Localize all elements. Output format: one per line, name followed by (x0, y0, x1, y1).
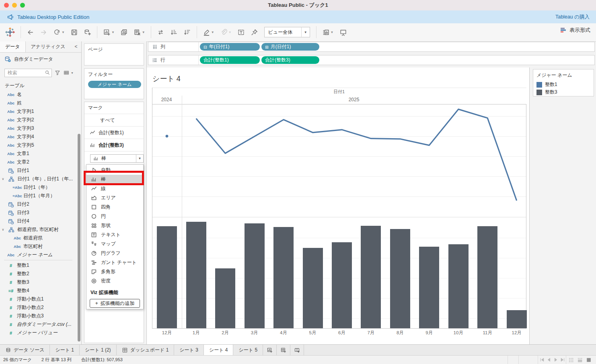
measure-names-legend[interactable]: メジャー ネーム 整数1整数3 (533, 69, 594, 96)
field-item[interactable]: #メジャー バリュー (0, 329, 76, 337)
bar-mark[interactable] (419, 247, 439, 328)
fit-selector[interactable]: ビュー全体▼ (264, 27, 310, 37)
field-item[interactable]: =Abc日付1（年） (0, 183, 76, 192)
tab-data[interactable]: データ (0, 41, 26, 52)
bar-mark[interactable] (215, 268, 235, 328)
mark-type-dropdown[interactable]: 棒 ▼ (90, 154, 144, 163)
field-item[interactable]: =#整数4 (0, 286, 76, 295)
field-item[interactable]: #浮動小数点3 (0, 312, 76, 320)
bar-mark[interactable] (390, 229, 410, 328)
field-item[interactable]: Abc都道府県 (0, 234, 76, 242)
tableau-logo-button[interactable] (3, 26, 17, 39)
new-story-button[interactable] (290, 345, 304, 355)
new-worksheet-button[interactable] (263, 345, 277, 355)
columns-shelf[interactable]: 列 ⊟年(日付1)⊞月(日付1) (148, 42, 595, 52)
field-item[interactable]: Abc文字列2 (0, 116, 76, 124)
field-item[interactable]: 日付2 (0, 200, 76, 209)
new-dashboard-button[interactable] (277, 345, 290, 355)
field-item[interactable]: 日付1 (0, 166, 76, 175)
label-box-button[interactable] (235, 27, 247, 38)
datasource-row[interactable]: 自作ダミーデータ (0, 53, 81, 65)
tooltip-pin-button[interactable] (249, 27, 260, 38)
sheet-tab-シート 1 (2)[interactable]: シート 1 (2) (80, 345, 117, 355)
mark-type-option-square[interactable]: 四角 (86, 202, 143, 212)
point-mark[interactable] (166, 135, 169, 137)
sort-ascending-button[interactable] (168, 27, 180, 38)
mark-type-option-area[interactable]: エリア (86, 193, 143, 202)
row-pill[interactable]: 合計(整数3) (261, 56, 319, 64)
duplicate-sheet-button[interactable] (118, 27, 130, 38)
mark-type-option-map[interactable]: マップ (86, 239, 143, 249)
field-item[interactable]: ∨都道府県, 市区町村 (0, 225, 76, 234)
field-item[interactable]: Abcメジャー ネーム (0, 251, 76, 259)
filter-fields-icon[interactable] (54, 70, 61, 76)
redo-button[interactable]: ▼ (51, 27, 67, 38)
row-pill[interactable]: 合計(整数1) (200, 56, 260, 64)
field-item[interactable]: Abc文字列5 (0, 141, 76, 149)
nav-last-icon[interactable] (560, 358, 565, 362)
bar-mark[interactable] (273, 227, 294, 328)
column-pill[interactable]: ⊞月(日付1) (261, 43, 319, 51)
sheet-tab-ダッシュボード 1[interactable]: ダッシュボード 1 (117, 345, 175, 355)
show-me-button[interactable]: 表示形式 (560, 27, 590, 34)
mark-type-option-line[interactable]: 線 (86, 184, 143, 193)
new-worksheet-button[interactable]: ▼ (101, 27, 117, 38)
field-item[interactable]: #整数3 (0, 278, 76, 286)
filter-pill-measure-names[interactable]: メジャー ネーム (88, 81, 141, 88)
field-item[interactable]: Abc名 (0, 90, 76, 99)
add-data-button[interactable] (82, 27, 93, 38)
field-item[interactable]: Abc文字列3 (0, 124, 76, 133)
field-item[interactable]: #整数2 (0, 270, 76, 278)
field-item[interactable]: Abc文章2 (0, 158, 76, 166)
field-item[interactable]: ∨日付1（年）, 日付1（年... (0, 175, 76, 183)
mark-type-option-polygon[interactable]: 多角形 (86, 267, 143, 276)
legend-item[interactable]: 整数1 (533, 81, 594, 88)
field-item[interactable]: #浮動小数点2 (0, 303, 76, 312)
legend-item[interactable]: 整数3 (533, 88, 594, 96)
marks-entry-item[interactable]: 合計(整数1) (84, 127, 144, 139)
sheet-tab-シート 3[interactable]: シート 3 (174, 345, 204, 355)
expand-collapse-glyph[interactable]: ⊞ (265, 45, 269, 49)
bar-mark[interactable] (507, 310, 527, 328)
mark-type-option-pie[interactable]: 円グラフ (86, 249, 143, 258)
view-options-icon[interactable]: ▼ (63, 70, 74, 76)
marks-tab-all[interactable]: すべて (84, 114, 144, 127)
bar-mark[interactable] (157, 226, 177, 328)
back-arrow-button[interactable] (25, 27, 36, 38)
field-item[interactable]: #浮動小数点1 (0, 295, 76, 303)
sheet-tab-データ ソース[interactable]: データ ソース (0, 345, 50, 355)
nav-prev-icon[interactable] (547, 358, 551, 362)
add-extension-button[interactable]: + 拡張機能の追加 (90, 299, 140, 308)
buy-tableau-link[interactable]: Tableau の購入 (555, 10, 590, 23)
field-item[interactable]: Abc姓 (0, 99, 76, 107)
field-item[interactable]: Abc文字列4 (0, 133, 76, 141)
bar-mark[interactable] (186, 222, 206, 328)
field-item[interactable]: Abc市区町村 (0, 242, 76, 251)
mark-type-option-circle[interactable]: 円 (86, 212, 143, 221)
rows-shelf[interactable]: 行 合計(整数1)合計(整数3) (148, 55, 595, 65)
sheet-tab-シート 1[interactable]: シート 1 (50, 345, 80, 355)
collapse-pane-button[interactable]: < (71, 41, 81, 52)
swap-rows-columns-button[interactable] (155, 27, 166, 38)
mark-type-option-text[interactable]: テキスト (86, 230, 143, 239)
field-item[interactable]: #整数1 (0, 261, 76, 270)
mark-type-option-density[interactable]: 密度 (86, 276, 143, 286)
save-button[interactable] (68, 27, 80, 38)
fields-scrollbar[interactable] (78, 134, 80, 342)
sheet-tab-シート 5[interactable]: シート 5 (233, 345, 263, 355)
bar-mark[interactable] (477, 226, 497, 328)
clear-sheet-button[interactable]: ▼ (132, 27, 147, 38)
line-series[interactable] (196, 109, 517, 200)
chevron-expanded-icon[interactable]: ∨ (1, 177, 5, 181)
field-item[interactable]: =Abc日付1（年月） (0, 192, 76, 200)
bar-mark[interactable] (361, 226, 381, 328)
bar-mark[interactable] (303, 248, 323, 328)
chevron-expanded-icon[interactable]: ∨ (1, 228, 5, 231)
field-item[interactable]: 日付4 (0, 217, 76, 225)
field-item[interactable]: #自作ダミーデータ.csv (... (0, 320, 76, 329)
expand-collapse-glyph[interactable]: ⊟ (203, 45, 207, 49)
bar-mark[interactable] (332, 242, 352, 328)
mark-type-option-shape[interactable]: 形状 (86, 221, 143, 230)
tab-analytics[interactable]: アナリティクス (26, 41, 71, 52)
bar-mark[interactable] (245, 223, 265, 328)
